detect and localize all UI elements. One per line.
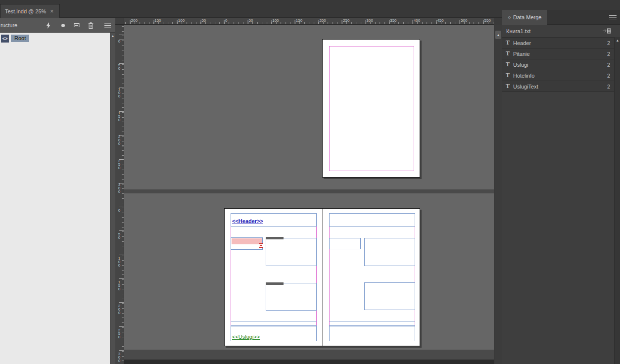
- ruler-label: 200: [319, 18, 326, 23]
- image-frame[interactable]: [364, 238, 415, 266]
- header-merge-placeholder: <<Header>>: [232, 218, 263, 224]
- trash-icon[interactable]: [87, 22, 95, 29]
- data-merge-field-name: Uslugi: [513, 62, 528, 68]
- data-field-highlight: [232, 238, 262, 244]
- ruler-label: 150: [296, 18, 302, 23]
- data-merge-field-name: UslugiText: [513, 84, 538, 90]
- ruler-label: 0: [117, 209, 121, 212]
- validate-flash-icon[interactable]: [45, 22, 52, 29]
- text-frame-rule: [329, 321, 415, 326]
- ruler-label: 3 0 0: [117, 352, 121, 363]
- data-merge-field-list: THeader2TPitanie2TUslugi2THotelinfo2TUsl…: [502, 37, 614, 92]
- ruler-label: 400: [414, 18, 420, 23]
- ruler-label: 100: [178, 18, 185, 23]
- spread-spine: [322, 209, 323, 346]
- horizontal-ruler[interactable]: 2001501005005010015020025030035040045050…: [124, 18, 494, 25]
- add-attribute-icon[interactable]: [73, 22, 81, 29]
- structure-tree: <> Root: [0, 33, 110, 364]
- close-tab-icon[interactable]: ×: [50, 8, 53, 14]
- scroll-up-icon[interactable]: ▲: [110, 34, 115, 38]
- uslugi-merge-placeholder: <<Uslugi>>: [232, 334, 260, 340]
- pasteboard-bottom-band: [124, 350, 494, 360]
- text-frame-rule: [231, 321, 317, 326]
- ruler-label: 2 0 0: [117, 304, 121, 315]
- data-merge-field-row[interactable]: TUslugi2: [502, 59, 614, 70]
- header-text-frame[interactable]: <<Header>>: [231, 213, 317, 227]
- data-merge-field-row[interactable]: TPitanie2: [502, 48, 614, 59]
- ruler-label: 300: [367, 18, 373, 23]
- structure-panel-header: ructure: [0, 18, 115, 33]
- overset-text-indicator[interactable]: +: [259, 243, 263, 248]
- data-merge-body: Книга1.txt THeader2TPitanie2TUslugi2THot…: [502, 25, 620, 364]
- add-element-icon[interactable]: [59, 22, 67, 29]
- spread-gap-band: [124, 189, 494, 193]
- data-merge-field-name: Pitanie: [513, 51, 530, 57]
- structure-panel-title: ructure: [0, 22, 17, 28]
- ruler-label: 1 5 0: [117, 111, 121, 122]
- image-frame[interactable]: [364, 282, 415, 310]
- page-1[interactable]: [322, 39, 420, 178]
- scroll-up-icon[interactable]: ▲: [615, 39, 620, 42]
- ruler-label: 0: [117, 40, 121, 43]
- ruler-label: 150: [154, 18, 161, 23]
- uslugi-text-frame[interactable]: <<Uslugi>>: [231, 326, 317, 341]
- structure-panel-menu-icon[interactable]: [103, 22, 111, 29]
- structure-scrollbar[interactable]: ▲: [110, 33, 115, 364]
- panel-scrollbar[interactable]: ▲: [614, 37, 620, 364]
- ruler-label: 100: [272, 18, 279, 23]
- ruler-label: 350: [390, 18, 396, 23]
- data-merge-field-count: 2: [607, 73, 614, 79]
- data-merge-field-name: Header: [513, 40, 531, 46]
- horizontal-scrollbar[interactable]: [124, 360, 494, 364]
- image-frame[interactable]: [266, 283, 317, 311]
- data-merge-field-row[interactable]: THeader2: [502, 38, 614, 48]
- ruler-label: 5 0: [117, 63, 121, 70]
- data-merge-panel: ◊ Data Merge Книга1.txt THeader2TPitanie…: [502, 0, 620, 364]
- ruler-label: 1 5 0: [117, 280, 121, 291]
- text-frame[interactable]: [329, 326, 415, 341]
- document-tab-label: Test.indd @ 25%: [5, 8, 46, 14]
- tab-data-merge[interactable]: ◊ Data Merge: [502, 10, 547, 25]
- highlighted-field-frame[interactable]: +: [231, 237, 263, 250]
- structure-panel: ructure <> Root ▲: [0, 18, 115, 364]
- data-merge-field-count: 2: [607, 40, 614, 46]
- data-source-row[interactable]: Книга1.txt: [502, 25, 614, 37]
- panel-dock-header: [502, 0, 620, 10]
- data-merge-field-row[interactable]: THotelinfo2: [502, 70, 614, 81]
- ruler-origin-corner[interactable]: [115, 18, 124, 25]
- text-field-type-icon: T: [502, 39, 513, 46]
- ruler-label: 2 0 0: [117, 135, 121, 145]
- ruler-label: 450: [437, 18, 443, 23]
- structure-root-node[interactable]: <> Root: [1, 34, 29, 43]
- indesign-window: Test.indd @ 25% × ructure <> Root: [0, 0, 620, 364]
- panel-tab-row: ◊ Data Merge: [502, 10, 620, 25]
- panel-menu-icon[interactable]: [609, 15, 617, 20]
- ruler-label: 2 5 0: [117, 328, 121, 339]
- text-field-type-icon: T: [502, 61, 513, 68]
- vertical-scrollbar[interactable]: ▲: [494, 25, 502, 364]
- ruler-label: 5 0: [117, 232, 121, 239]
- image-frame[interactable]: [266, 238, 317, 266]
- ruler-label: 550: [484, 18, 491, 23]
- text-frame[interactable]: [329, 238, 361, 249]
- frame-label-bar: [266, 237, 284, 239]
- data-merge-field-count: 2: [607, 51, 614, 57]
- data-source-icon: [603, 28, 614, 34]
- ruler-label: 50: [201, 18, 206, 23]
- vertical-ruler[interactable]: 05 01 0 01 5 02 0 02 5 03 0 005 01 0 01 …: [115, 25, 124, 364]
- panel-collapse-icon: ◊: [508, 15, 511, 20]
- scroll-up-button[interactable]: ▲: [495, 31, 501, 39]
- ruler-label: 1 0 0: [117, 257, 121, 267]
- ruler-label: 0: [225, 18, 227, 23]
- structure-root-label: Root: [11, 35, 29, 42]
- text-field-type-icon: T: [502, 83, 513, 90]
- spread-pages-2-3[interactable]: <<Header>> + <<Uslugi>>: [224, 208, 420, 346]
- data-merge-tab-label: Data Merge: [513, 14, 541, 20]
- header-text-frame[interactable]: [329, 213, 415, 227]
- document-tab[interactable]: Test.indd @ 25% ×: [0, 4, 60, 18]
- text-field-type-icon: T: [502, 72, 513, 79]
- data-merge-field-count: 2: [607, 62, 614, 68]
- data-merge-field-name: Hotelinfo: [513, 73, 534, 79]
- margin-guide: [329, 46, 414, 171]
- data-merge-field-row[interactable]: TUslugiText2: [502, 81, 614, 92]
